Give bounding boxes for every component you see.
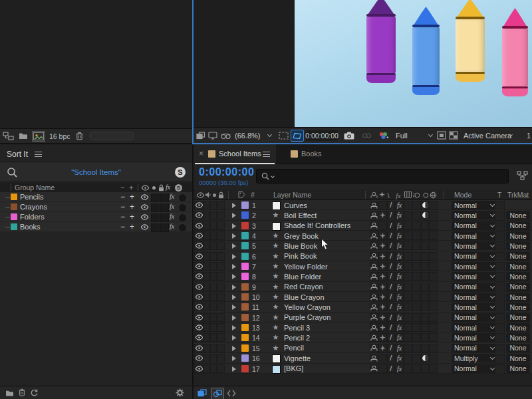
layer-eye-icon[interactable] [194,293,203,301]
switch-cell[interactable] [421,221,430,230]
layer-trkmat-dropdown[interactable]: None [506,283,530,291]
group-color-swatch[interactable] [11,213,17,220]
layer-row[interactable]: 14★Pencil 2/fxNormalNone [194,332,532,342]
quality-switch[interactable]: / [387,303,396,311]
3d-layer-icon[interactable] [430,192,437,199]
collapse-switch[interactable] [378,262,387,271]
layer-eye-icon[interactable] [194,252,203,261]
quality-switch[interactable]: / [387,293,396,301]
layer-t-cell[interactable] [495,333,505,343]
toggle-mask-path-icon[interactable] [437,131,446,140]
layer-eye-icon[interactable] [194,241,203,250]
layer-expand-arrow[interactable] [232,285,236,290]
layer-t-cell[interactable] [495,303,505,313]
magnification-chevron-icon[interactable] [267,132,272,137]
switch-cell[interactable] [421,283,430,291]
quality-switch[interactable]: / [387,323,396,332]
layer-lock-cell[interactable] [217,252,225,261]
switch-cell[interactable] [412,272,421,281]
layer-audio-cell[interactable] [203,303,210,311]
switch-cell[interactable] [378,364,387,373]
layer-lock-cell[interactable] [217,354,225,362]
layer-lock-cell[interactable] [217,241,225,250]
delete-trash-icon[interactable] [76,132,83,140]
switch-cell[interactable] [412,252,421,261]
switch-cell[interactable] [404,364,412,373]
group-eye-icon[interactable] [140,194,149,200]
switch-cell[interactable] [404,293,412,301]
fx-switch[interactable]: fx [395,323,404,332]
layer-label-color[interactable] [241,273,249,280]
layer-solo-cell[interactable] [210,283,217,291]
trkmat-column-label[interactable]: TrkMat [507,191,529,199]
switch-cell[interactable] [412,344,421,352]
layer-row[interactable]: 5★Blue Book/fxNormalNone [194,241,532,251]
layer-eye-icon[interactable] [194,344,203,352]
layer-lock-cell[interactable] [217,333,225,342]
switch-cell[interactable] [429,323,438,332]
group-name[interactable]: Crayons [20,203,47,211]
region-of-interest-icon[interactable] [279,132,289,140]
layer-audio-cell[interactable] [203,333,210,342]
layer-t-cell[interactable] [495,283,505,293]
shy-switch[interactable] [370,252,378,261]
remove-group-icon[interactable]: − [120,183,124,192]
adjustment-switch[interactable] [421,354,430,362]
create-folder-icon[interactable] [19,132,28,140]
trash-icon[interactable] [19,388,25,396]
layer-trkmat-dropdown[interactable]: None [506,313,530,322]
adjustment-switch[interactable] [421,201,430,209]
quality-switch[interactable]: / [387,344,396,352]
layer-name[interactable]: Vignette [284,354,311,362]
view-layout-dropdown[interactable]: 1 [527,132,531,140]
quality-switch[interactable]: / [387,283,396,291]
layer-expand-arrow[interactable] [232,264,236,269]
layer-trkmat-dropdown[interactable]: None [506,241,530,250]
group-s-circle[interactable] [178,223,187,232]
visibility-eye-icon[interactable] [141,185,150,191]
switch-cell[interactable] [429,272,438,281]
expand-layer-switches-icon[interactable] [196,388,208,398]
layer-lock-cell[interactable] [217,293,225,301]
group-add-icon[interactable]: + [130,202,134,211]
adjustment-layer-icon[interactable] [422,192,429,199]
group-remove-icon[interactable]: − [120,202,125,211]
switch-cell[interactable] [404,272,412,281]
layer-lock-cell[interactable] [217,262,225,271]
project-flowchart-icon[interactable] [3,132,14,140]
group-eye-icon[interactable] [140,224,149,230]
group-lock-box[interactable] [160,194,169,202]
layer-audio-cell[interactable] [203,272,210,281]
layer-audio-cell[interactable] [203,221,210,230]
layer-row[interactable]: 4★Grey Book/fxNormalNone [194,231,532,241]
collapse-switch[interactable] [378,313,387,322]
switch-cell[interactable] [421,252,430,261]
layer-row[interactable]: 1Curves/fxNormal [194,200,532,210]
layer-mode-dropdown[interactable]: Normal [452,241,497,250]
tab-books[interactable]: Books [287,144,346,164]
group-fx-icon[interactable]: fx [170,193,174,200]
switch-cell[interactable] [429,262,438,271]
layer-lock-cell[interactable] [217,364,225,373]
switch-cell[interactable] [412,211,421,219]
quality-switch[interactable]: / [387,313,396,322]
switch-cell[interactable] [404,221,412,230]
layer-mode-dropdown[interactable]: Normal [452,303,497,311]
label-column-icon[interactable] [238,191,245,198]
collapse-switch[interactable] [378,231,387,240]
layer-eye-icon[interactable] [194,221,203,230]
switch-cell[interactable] [378,201,387,209]
layer-t-cell[interactable] [495,262,505,272]
fx-switch[interactable]: fx [395,333,404,342]
effects-fx-icon[interactable]: fx [396,192,400,200]
layer-eye-icon[interactable] [194,354,203,362]
layer-label-color[interactable] [241,222,249,229]
quality-switch[interactable]: / [387,241,396,250]
group-name[interactable]: Pencils [20,193,43,201]
switch-cell[interactable] [404,241,412,250]
layer-row[interactable]: 9★Red Crayon/fxNormalNone [194,282,532,292]
layer-row[interactable]: 16Vignette/fxMultiplyNone [194,353,532,363]
gear-icon[interactable] [176,388,184,397]
switch-cell[interactable] [421,333,430,342]
refresh-icon[interactable] [30,389,38,396]
